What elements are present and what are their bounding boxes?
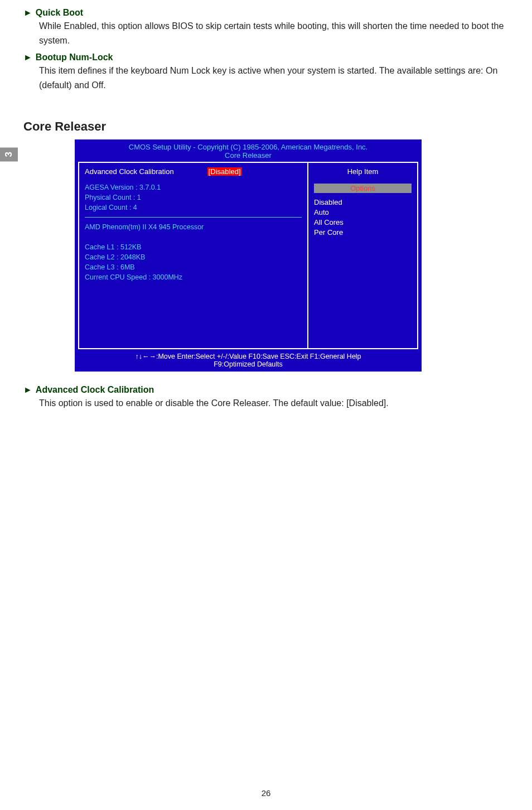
bios-help-title: Help Item: [314, 167, 412, 176]
arrow-right-icon: ►: [23, 8, 32, 18]
quick-boot-title: Quick Boot: [36, 8, 83, 18]
arrow-right-icon: ►: [23, 385, 32, 395]
bios-processor: AMD Phenom(tm) II X4 945 Processor: [85, 222, 302, 232]
arrow-right-icon: ►: [23, 52, 32, 62]
adv-clock-heading: ► Advanced Clock Calibration: [23, 385, 509, 395]
bios-screenshot: CMOS Setup Utility - Copyright (C) 1985-…: [75, 139, 422, 372]
bios-agesa: AGESA Version : 3.7.0.1: [85, 182, 302, 192]
bios-option-label: Advanced Clock Calibration: [85, 167, 174, 176]
bios-l2: Cache L2 : 2048KB: [85, 252, 302, 262]
quick-boot-heading: ► Quick Boot: [23, 8, 509, 18]
bios-logi-count: Logical Count : 4: [85, 202, 302, 213]
bios-options-highlight: Options: [314, 184, 412, 193]
bios-option-value: [Disabled]: [207, 167, 242, 176]
bios-key-row2: F9:Optimized Defaults: [75, 360, 422, 368]
core-releaser-heading: Core Releaser: [23, 119, 509, 134]
bios-key-row1: ↑↓←→:Move Enter:Select +/-/:Value F10:Sa…: [75, 353, 422, 360]
page-number: 26: [0, 788, 532, 798]
bios-option-allcores: All Cores: [314, 218, 412, 228]
adv-clock-title: Advanced Clock Calibration: [36, 385, 154, 395]
bios-option-auto: Auto: [314, 208, 412, 218]
adv-clock-desc: This option is used to enable or disable…: [23, 396, 509, 411]
bios-option-disabled: Disabled: [314, 197, 412, 208]
bootup-numlock-heading: ► Bootup Num-Lock: [23, 52, 509, 62]
bios-l3: Cache L3 : 6MB: [85, 262, 302, 272]
bootup-numlock-desc: This item defines if the keyboard Num Lo…: [23, 64, 509, 93]
bios-header-1: CMOS Setup Utility - Copyright (C) 1985-…: [75, 143, 422, 151]
page-side-tab: 3: [0, 147, 18, 161]
bios-cpu-speed: Current CPU Speed : 3000MHz: [85, 272, 302, 282]
divider: [85, 217, 302, 218]
bios-header-2: Core Releaser: [75, 151, 422, 160]
bios-l1: Cache L1 : 512KB: [85, 242, 302, 252]
quick-boot-desc: While Enabled, this option allows BIOS t…: [23, 19, 509, 48]
bootup-numlock-title: Bootup Num-Lock: [36, 52, 113, 62]
bios-phys-count: Physical Count : 1: [85, 192, 302, 202]
bios-option-percore: Per Core: [314, 228, 412, 238]
